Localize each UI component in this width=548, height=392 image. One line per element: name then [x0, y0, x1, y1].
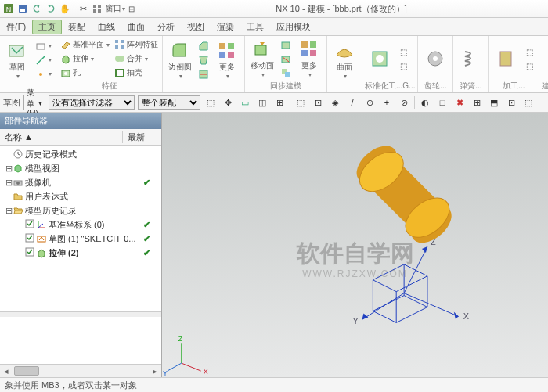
menu-file[interactable]: 件(F) — [0, 20, 32, 34]
navigator-hscroll[interactable]: ◂ ▸ — [0, 364, 161, 377]
tree-twisty[interactable]: ⊞ — [5, 164, 13, 174]
redo-icon[interactable] — [45, 3, 56, 14]
draft-icon[interactable] — [196, 53, 211, 67]
part-navigator: 部件导航器 名称 ▲ 最新 历史记录模式⊞模型视图⊞摄像机✔用户表达式⊟模型历史… — [0, 113, 162, 377]
tab-surface[interactable]: 曲面 — [121, 20, 151, 34]
standard-tools-button[interactable] — [365, 38, 395, 80]
col-name[interactable]: 名称 ▲ — [0, 131, 123, 143]
more-feature-button[interactable]: 更多▾ — [212, 39, 242, 81]
tb-icon-9[interactable]: / — [345, 95, 359, 110]
surface-button[interactable]: 曲面▾ — [330, 39, 359, 81]
resize-face-icon[interactable] — [279, 38, 293, 52]
save-icon[interactable] — [17, 3, 28, 14]
scroll-left-icon[interactable]: ◂ — [0, 366, 13, 376]
viewport[interactable]: X Y Z X Z Y 软件自学网 WWW.RJZXW.COM — [162, 113, 548, 377]
filter-select[interactable]: 没有选择过滤器 — [49, 95, 135, 110]
tree-row[interactable]: 草图 (1) "SKETCH_0...✔ — [0, 232, 161, 246]
tb-icon-3[interactable]: ▭ — [238, 95, 252, 110]
gear-button[interactable] — [420, 38, 450, 80]
group-label-standard[interactable]: 标准化工...G... — [365, 80, 415, 92]
tb-icon-2[interactable]: ✥ — [221, 95, 235, 110]
group-label-machining[interactable]: 加工... — [491, 80, 536, 92]
move-face-button[interactable]: 移动面▾ — [247, 38, 277, 80]
sketch-line-icon[interactable]: ▾ — [34, 53, 53, 67]
tree-twisty[interactable]: ⊟ — [5, 206, 13, 216]
tab-curve[interactable]: 曲线 — [92, 20, 121, 34]
tree-label: 历史记录模式 — [25, 149, 135, 160]
tree-row[interactable]: 用户表达式 — [0, 189, 161, 203]
chamfer-icon[interactable] — [196, 39, 211, 52]
trim-icon[interactable] — [196, 67, 211, 81]
tree-row[interactable]: ⊞模型视图 — [0, 161, 161, 175]
tab-home[interactable]: 主页 — [32, 20, 62, 34]
tb-icon-18[interactable]: ⊡ — [504, 95, 518, 110]
tab-tools[interactable]: 工具 — [240, 20, 270, 34]
tb-icon-12[interactable]: ⊘ — [397, 95, 411, 110]
spring-button[interactable] — [456, 38, 485, 80]
tb-icon-19[interactable]: ⬚ — [521, 95, 535, 110]
datum-plane-button[interactable]: 基准平面▾ — [59, 38, 111, 52]
group-label-modeltools[interactable]: 建模工具 - G... — [542, 80, 548, 92]
sketch-point-icon[interactable]: ▾ — [34, 67, 53, 81]
datum-csys[interactable] — [373, 264, 427, 323]
tb-icon-17[interactable]: ⬒ — [487, 95, 501, 110]
tb-icon-10[interactable]: ⊙ — [362, 95, 377, 110]
tb-icon-6[interactable]: ⬚ — [294, 95, 308, 110]
tree-checkbox[interactable] — [25, 247, 34, 258]
tab-application[interactable]: 应用模块 — [270, 20, 317, 34]
menu-dropdown[interactable]: 菜单(M)▾ — [23, 95, 45, 110]
cut-icon[interactable]: ✂ — [78, 3, 88, 14]
navigator-tree[interactable]: 历史记录模式⊞模型视图⊞摄像机✔用户表达式⊟模型历史记录基准坐标系 (0)✔草图… — [0, 146, 161, 311]
svg-rect-4 — [93, 5, 96, 8]
touch-icon[interactable]: ✋ — [59, 3, 70, 14]
unite-button[interactable]: 合并▾ — [113, 52, 160, 66]
undo-icon[interactable] — [31, 3, 42, 14]
pattern-feature-button[interactable]: 阵列特征 — [113, 38, 160, 52]
tb-icon-14[interactable]: □ — [435, 95, 449, 110]
grid-icon[interactable] — [92, 3, 103, 14]
shell-button[interactable]: 抽壳 — [113, 67, 160, 80]
tab-render[interactable]: 渲染 — [211, 20, 240, 34]
tb-icon-7[interactable]: ⊡ — [311, 95, 325, 110]
tb-icon-16[interactable]: ⊞ — [470, 95, 484, 110]
navigator-resizer[interactable] — [0, 311, 161, 317]
scope-select[interactable]: 整个装配 — [138, 95, 200, 110]
tb-icon-11[interactable]: + — [380, 95, 394, 110]
clock-icon — [13, 149, 23, 160]
sketch-button[interactable]: 草图▾ — [2, 39, 32, 81]
tb-icon-15[interactable]: ✖ — [452, 95, 467, 110]
replace-face-icon[interactable] — [279, 67, 293, 80]
window-dropdown[interactable]: 窗口▾ — [106, 3, 125, 14]
hole-button[interactable]: 孔 — [59, 67, 111, 80]
extrude-button[interactable]: 拉伸▾ — [59, 52, 111, 66]
delete-face-icon[interactable] — [279, 52, 293, 66]
more-sync-button[interactable]: 更多▾ — [294, 38, 324, 80]
tb-icon-1[interactable]: ⬚ — [204, 95, 218, 110]
machining-button[interactable] — [491, 38, 521, 80]
col-latest[interactable]: 最新 — [123, 131, 161, 143]
tree-twisty[interactable]: ⊞ — [5, 178, 13, 188]
tab-analysis[interactable]: 分析 — [151, 20, 181, 34]
tree-row[interactable]: 历史记录模式 — [0, 147, 161, 161]
tb-icon-5[interactable]: ⊞ — [272, 95, 287, 110]
tb-icon-13[interactable]: ◐ — [418, 95, 432, 110]
tree-row[interactable]: ⊞摄像机✔ — [0, 175, 161, 189]
group-label-gear[interactable]: 齿轮... — [420, 80, 450, 92]
sketch-constraint-icon[interactable]: ▾ — [34, 39, 53, 52]
viewport-canvas[interactable]: X Y Z X Z Y — [162, 113, 548, 377]
model-tools-button[interactable] — [542, 38, 548, 80]
tb-icon-4[interactable]: ◫ — [255, 95, 269, 110]
scroll-thumb[interactable] — [14, 366, 39, 376]
tree-row[interactable]: 基准坐标系 (0)✔ — [0, 218, 161, 232]
tree-checkbox[interactable] — [25, 219, 34, 230]
model-cylinder[interactable] — [352, 144, 456, 245]
tree-checkbox[interactable] — [25, 233, 34, 244]
tree-row[interactable]: ⊟模型历史记录 — [0, 203, 161, 218]
tb-icon-8[interactable]: ◈ — [328, 95, 342, 110]
edge-blend-button[interactable]: 边倒圆▾ — [165, 39, 195, 81]
tab-assembly[interactable]: 装配 — [62, 20, 92, 34]
scroll-right-icon[interactable]: ▸ — [149, 366, 161, 376]
tree-row[interactable]: 拉伸 (2)✔ — [0, 246, 161, 260]
tab-view[interactable]: 视图 — [181, 20, 211, 34]
group-label-spring[interactable]: 弹簧... — [456, 80, 485, 92]
